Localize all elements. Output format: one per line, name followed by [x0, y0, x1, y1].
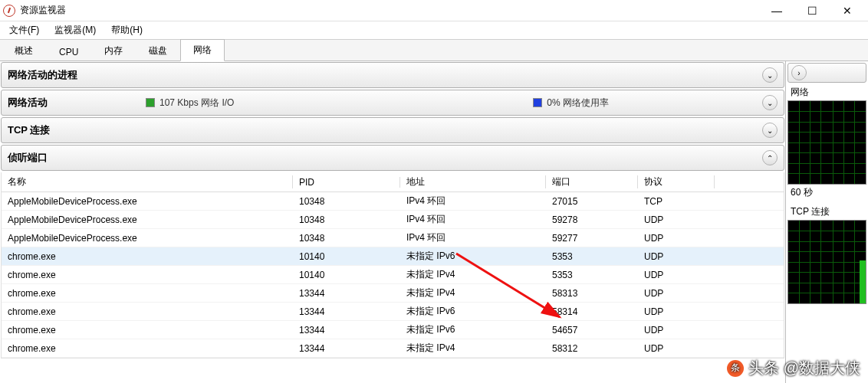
col-address[interactable]: 地址 [400, 172, 546, 192]
side-chart1-footer: 60 秒 [787, 185, 866, 201]
maximize-button[interactable]: ☐ [794, 0, 830, 21]
table-row[interactable]: chrome.exe10140未指定 IPv45353UDP [2, 266, 784, 284]
cell-name: chrome.exe [2, 304, 293, 319]
cell-port: 58312 [546, 341, 638, 356]
app-icon [3, 5, 15, 17]
tab-network[interactable]: 网络 [180, 39, 225, 61]
main-panel: 网络活动的进程 ⌄ 网络活动 107 Kbps 网络 I/O 0% 网络使用率 … [0, 61, 785, 383]
cell-address: 未指定 IPv4 [400, 266, 546, 283]
cell-protocol: UDP [638, 231, 715, 246]
cell-pid: 10348 [293, 231, 400, 246]
cell-pid: 13344 [293, 341, 400, 356]
cell-name: chrome.exe [2, 341, 293, 356]
tab-bar: 概述 CPU 内存 磁盘 网络 [0, 40, 868, 61]
table-row[interactable]: chrome.exe13344未指定 IPv458312UDP [2, 339, 784, 358]
table-row[interactable]: AppleMobileDeviceProcess.exe10348IPv4 环回… [2, 211, 784, 229]
chevron-down-icon[interactable]: ⌄ [762, 67, 778, 83]
chevron-down-icon[interactable]: ⌄ [762, 95, 778, 110]
col-protocol[interactable]: 协议 [638, 172, 715, 192]
activity-io-stat: 107 Kbps 网络 I/O [146, 97, 234, 110]
tab-cpu[interactable]: CPU [46, 42, 91, 61]
cell-pid: 13344 [293, 304, 400, 319]
activity-usage-label: 0% 网络使用率 [547, 97, 609, 110]
table-row[interactable]: AppleMobileDeviceProcess.exe10348IPv4 环回… [2, 192, 784, 211]
cell-address: IPv4 环回 [400, 229, 546, 247]
section-processes-title: 网络活动的进程 [8, 68, 146, 82]
cell-port: 54657 [546, 322, 638, 338]
activity-usage-stat: 0% 网络使用率 [533, 97, 609, 110]
swatch-blue-icon [533, 98, 542, 107]
cell-address: 未指定 IPv6 [400, 303, 546, 320]
cell-name: AppleMobileDeviceProcess.exe [2, 212, 293, 228]
cell-name: chrome.exe [2, 322, 293, 338]
tcp-chart [787, 220, 866, 304]
section-tcp-title: TCP 连接 [8, 123, 146, 137]
window-controls: — ☐ ✕ [759, 0, 865, 21]
cell-protocol: UDP [638, 341, 715, 356]
table-row[interactable]: chrome.exe13344未指定 IPv654657UDP [2, 321, 784, 339]
cell-protocol: UDP [638, 286, 715, 301]
listening-ports-table: 名称 PID 地址 端口 协议 AppleMobileDeviceProcess… [1, 172, 784, 358]
cell-port: 5353 [546, 249, 638, 264]
main-scroll-area[interactable]: 网络活动的进程 ⌄ 网络活动 107 Kbps 网络 I/O 0% 网络使用率 … [0, 61, 785, 383]
cell-protocol: UDP [638, 267, 715, 283]
section-listening-title: 侦听端口 [8, 151, 146, 165]
menu-monitor[interactable]: 监视器(M) [48, 22, 102, 38]
menu-help[interactable]: 帮助(H) [105, 22, 149, 38]
cell-pid: 13344 [293, 286, 400, 301]
tab-overview[interactable]: 概述 [2, 40, 46, 61]
menu-file[interactable]: 文件(F) [3, 22, 45, 38]
cell-port: 27015 [546, 194, 638, 209]
cell-name: AppleMobileDeviceProcess.exe [2, 194, 293, 209]
table-header: 名称 PID 地址 端口 协议 [2, 172, 784, 192]
col-name[interactable]: 名称 [2, 172, 293, 192]
activity-io-label: 107 Kbps 网络 I/O [159, 97, 234, 110]
section-tcp[interactable]: TCP 连接 ⌄ [1, 117, 784, 143]
cell-protocol: TCP [638, 194, 715, 209]
col-spacer [715, 179, 784, 185]
titlebar: 资源监视器 — ☐ ✕ [0, 0, 868, 21]
cell-address: 未指定 IPv6 [400, 321, 546, 339]
tab-disk[interactable]: 磁盘 [136, 40, 180, 61]
side-panel: › 网络 60 秒 TCP 连接 [785, 61, 868, 383]
cell-protocol: UDP [638, 322, 715, 338]
col-pid[interactable]: PID [293, 174, 400, 191]
cell-address: 未指定 IPv4 [400, 284, 546, 302]
cell-port: 5353 [546, 267, 638, 283]
section-activity-title: 网络活动 [8, 96, 146, 110]
cell-pid: 10140 [293, 267, 400, 283]
chevron-right-icon: › [791, 65, 807, 80]
cell-pid: 10140 [293, 249, 400, 264]
side-chart2-label: TCP 连接 [787, 204, 866, 220]
window-title: 资源监视器 [20, 4, 759, 17]
section-activity[interactable]: 网络活动 107 Kbps 网络 I/O 0% 网络使用率 ⌄ [1, 90, 784, 116]
chevron-up-icon[interactable]: ⌃ [762, 150, 778, 165]
cell-name: chrome.exe [2, 267, 293, 283]
table-row[interactable]: chrome.exe13344未指定 IPv658314UDP [2, 303, 784, 321]
cell-address: 未指定 IPv6 [400, 247, 546, 265]
side-chart1-label: 网络 [787, 84, 866, 100]
cell-protocol: UDP [638, 249, 715, 264]
table-row[interactable]: AppleMobileDeviceProcess.exe10348IPv4 环回… [2, 229, 784, 247]
cell-address: IPv4 环回 [400, 192, 546, 210]
table-row[interactable]: chrome.exe13344未指定 IPv458313UDP [2, 284, 784, 303]
cell-pid: 13344 [293, 322, 400, 338]
cell-name: chrome.exe [2, 286, 293, 301]
cell-port: 58313 [546, 286, 638, 301]
side-collapse-button[interactable]: › [787, 63, 866, 83]
close-button[interactable]: ✕ [830, 0, 865, 21]
menubar: 文件(F) 监视器(M) 帮助(H) [0, 21, 868, 40]
cell-port: 59277 [546, 231, 638, 246]
chevron-down-icon[interactable]: ⌄ [762, 123, 778, 138]
tab-memory[interactable]: 内存 [91, 40, 136, 61]
cell-name: chrome.exe [2, 249, 293, 264]
network-chart [787, 100, 866, 185]
table-row[interactable]: chrome.exe10140未指定 IPv65353UDP [2, 247, 784, 266]
col-port[interactable]: 端口 [546, 172, 638, 192]
cell-pid: 10348 [293, 212, 400, 228]
cell-address: IPv4 环回 [400, 211, 546, 228]
minimize-button[interactable]: — [759, 0, 794, 21]
section-listening[interactable]: 侦听端口 ⌃ [1, 145, 784, 171]
section-processes[interactable]: 网络活动的进程 ⌄ [1, 62, 784, 88]
cell-port: 59278 [546, 212, 638, 228]
